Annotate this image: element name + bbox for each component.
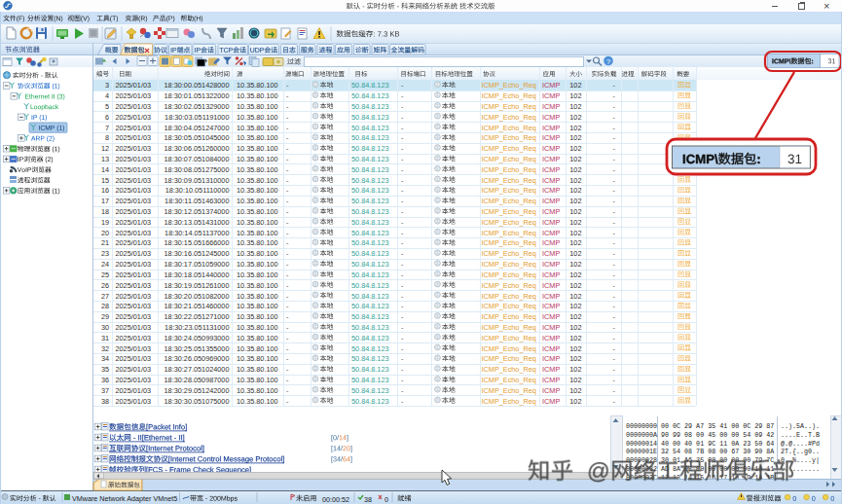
svg-text:?: ?	[606, 57, 611, 66]
